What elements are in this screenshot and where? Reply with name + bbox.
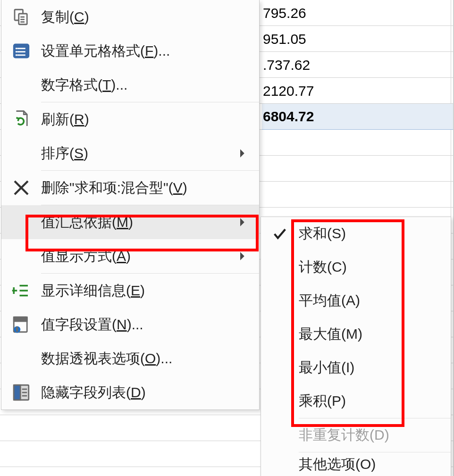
- submenu-label: 非重复计数(D): [299, 426, 451, 445]
- menu-format-cells[interactable]: 设置单元格格式(F)...: [1, 34, 259, 68]
- cell-total-value[interactable]: 6804.72: [262, 104, 453, 130]
- menu-pivot-options[interactable]: 数据透视表选项(O)...: [1, 342, 259, 376]
- menu-remove-field[interactable]: 删除"求和项:混合型"(V): [1, 171, 259, 205]
- pivot-context-menu: 复制(C) 设置单元格格式(F)... 数字格式(T)...: [1, 0, 260, 410]
- menu-show-values-as[interactable]: 值显示方式(A): [1, 239, 259, 273]
- svg-rect-24: [14, 385, 20, 400]
- menu-label: 值字段设置(N)...: [41, 315, 250, 334]
- submenu-arrow-icon: [235, 251, 250, 261]
- cell-value[interactable]: 795.26: [262, 0, 451, 26]
- menu-label: 排序(S): [41, 144, 235, 163]
- menu-show-details[interactable]: 显示详细信息(E): [1, 274, 259, 308]
- summarize-by-submenu: 求和(S) 计数(C) 平均值(A) 最大值(M) 最小值(I) 乘积(P): [261, 217, 451, 476]
- submenu-product[interactable]: 乘积(P): [261, 384, 451, 418]
- submenu-distinct-count: 非重复计数(D): [261, 418, 451, 452]
- refresh-icon: [1, 109, 41, 129]
- menu-summarize-by[interactable]: 值汇总依据(M): [1, 205, 259, 239]
- menu-label: 显示详细信息(E): [41, 281, 250, 301]
- menu-label: 设置单元格格式(F)...: [41, 42, 250, 61]
- svg-point-10: [16, 51, 17, 53]
- menu-label: 值汇总依据(M): [41, 213, 235, 232]
- svg-rect-20: [14, 317, 27, 321]
- show-details-icon: [1, 281, 41, 301]
- svg-text:i: i: [17, 326, 18, 332]
- submenu-sum[interactable]: 求和(S): [261, 217, 451, 251]
- submenu-label: 最大值(M): [299, 325, 451, 344]
- submenu-min[interactable]: 最小值(I): [261, 351, 451, 384]
- format-cells-icon: [1, 41, 41, 61]
- svg-point-11: [16, 54, 17, 56]
- submenu-more-options[interactable]: 其他选项(O): [261, 452, 451, 476]
- submenu-arrow-icon: [235, 149, 250, 158]
- field-settings-icon: i: [1, 315, 41, 334]
- menu-number-format[interactable]: 数字格式(T)...: [1, 68, 259, 102]
- submenu-average[interactable]: 平均值(A): [261, 284, 451, 317]
- menu-label: 数据透视表选项(O)...: [41, 349, 250, 368]
- svg-point-9: [16, 48, 17, 50]
- check-icon: [261, 226, 299, 242]
- menu-label: 隐藏字段列表(D): [41, 383, 250, 402]
- submenu-label: 最小值(I): [299, 358, 451, 377]
- submenu-label: 平均值(A): [299, 291, 451, 310]
- submenu-max[interactable]: 最大值(M): [261, 317, 451, 351]
- menu-label: 值显示方式(A): [41, 247, 235, 266]
- submenu-arrow-icon: [235, 217, 250, 227]
- menu-sort[interactable]: 排序(S): [1, 136, 259, 170]
- remove-icon: [1, 178, 41, 198]
- menu-refresh[interactable]: 刷新(R): [1, 102, 259, 136]
- submenu-label: 计数(C): [299, 258, 451, 277]
- menu-label: 复制(C): [41, 8, 250, 27]
- cell-value[interactable]: 951.05: [262, 26, 451, 52]
- field-list-icon: [1, 383, 41, 402]
- menu-field-settings[interactable]: i 值字段设置(N)...: [1, 308, 259, 342]
- cell-values-column: 795.26 951.05 .737.62 2120.77 6804.72: [262, 0, 451, 130]
- menu-label: 删除"求和项:混合型"(V): [41, 178, 250, 198]
- submenu-label: 其他选项(O): [299, 455, 451, 474]
- menu-hide-field-list[interactable]: 隐藏字段列表(D): [1, 376, 259, 409]
- menu-label: 刷新(R): [41, 110, 250, 129]
- submenu-count[interactable]: 计数(C): [261, 251, 451, 284]
- cell-value[interactable]: 2120.77: [262, 78, 451, 104]
- menu-copy[interactable]: 复制(C): [1, 0, 259, 34]
- copy-icon: [1, 7, 41, 27]
- submenu-label: 求和(S): [299, 224, 451, 243]
- cell-value[interactable]: .737.62: [262, 52, 451, 78]
- menu-label: 数字格式(T)...: [41, 75, 250, 95]
- submenu-label: 乘积(P): [299, 392, 451, 411]
